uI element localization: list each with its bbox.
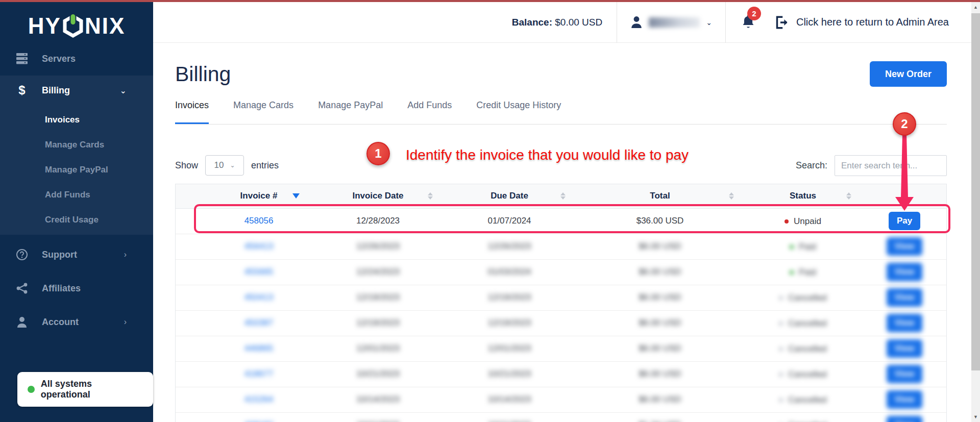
status-dot-icon [779,321,783,326]
due-date-cell: 12/19/2023 [443,285,576,310]
invoice-link[interactable]: 458056 [244,216,274,226]
scrollbar-thumb[interactable] [971,13,980,370]
status-badge: Cancelled [779,318,827,329]
action-cell: View [862,336,947,361]
sidebar-item-billing[interactable]: $ Billing ⌄ [0,76,153,105]
column-label: Total [650,191,670,201]
column-label: Status [790,191,816,201]
sidebar-billing-group: $ Billing ⌄ InvoicesManage CardsManage P… [0,76,153,235]
topbar: Balance: $0.00 USD ⌄ 2 Click h [153,2,971,43]
due-date: 10/11/2023 [488,420,531,422]
sidebar-subitem-invoices[interactable]: Invoices [0,107,153,132]
status-green-dot-icon [28,386,35,393]
user-menu[interactable]: ⌄ [630,16,712,29]
sort-icon [560,192,566,200]
page-size-select[interactable]: 10 ⌄ [205,155,244,176]
top-strip [0,0,980,2]
action-cell: View [862,412,947,422]
sidebar-subitem-add-funds[interactable]: Add Funds [0,182,153,207]
invoice-date: 10/11/2023 [357,420,400,422]
sort-icon [846,192,851,200]
invoice-row: 41867710/21/202310/21/2023$6.00 USDCance… [176,361,947,387]
invoice-link[interactable]: 415264 [244,394,274,404]
invoice-cell: 450413 [205,285,313,310]
column-header-status[interactable]: Status [744,184,862,208]
view-button[interactable]: View [887,288,922,307]
total-cell: $1.34 USD [576,412,744,422]
sidebar-item-affiliates[interactable]: Affiliates [0,274,153,303]
invoice-date-cell: 12/24/2023 [313,259,443,285]
return-to-admin-link[interactable]: Click here to return to Admin Area [796,16,949,28]
logout-button[interactable] [774,15,788,30]
tab-add-funds[interactable]: Add Funds [407,100,452,124]
invoice-link[interactable]: 456413 [244,241,274,251]
hyonix-logo[interactable]: HY NIX [0,13,153,39]
vertical-scrollbar: ▲ ▼ [971,2,980,422]
invoice-date-cell: 12/19/2023 [313,310,443,336]
due-date-cell: 12/26/2023 [443,234,576,259]
total-cell: $6.00 USD [576,387,744,412]
status-dot-icon [779,373,783,377]
sidebar-subitem-manage-paypal[interactable]: Manage PayPal [0,157,153,182]
sidebar-subitem-credit-usage[interactable]: Credit Usage [0,207,153,232]
user-name-blurred [649,17,700,28]
tab-manage-cards[interactable]: Manage Cards [233,100,293,124]
row-control-cell [176,387,205,412]
page-title: Billing [175,62,231,86]
total-amount: $6.00 USD [639,343,681,353]
view-button[interactable]: View [887,237,922,256]
due-date-cell: 10/14/2023 [443,387,576,412]
invoice-row: 45038712/19/202312/19/2023$6.00 USDCance… [176,310,947,336]
system-status-badge[interactable]: All systems operational [17,372,153,407]
logo-text-left: HY [28,13,61,39]
tab-manage-paypal[interactable]: Manage PayPal [318,100,383,124]
new-order-button[interactable]: New Order [870,61,947,87]
logout-icon [774,15,788,30]
invoice-date-cell: 12/28/2023 [313,208,443,234]
view-button[interactable]: View [887,314,922,332]
tab-invoices[interactable]: Invoices [175,100,209,124]
invoice-link[interactable]: 408182 [244,420,274,422]
column-label: Invoice Date [352,191,403,201]
due-date: 10/14/2023 [487,394,531,404]
invoice-cell: 455665 [205,259,313,285]
row-control-cell [176,208,205,234]
view-button[interactable]: View [887,365,922,383]
sidebar-item-support[interactable]: Support › [0,240,153,269]
invoice-date: 10/21/2023 [356,369,400,379]
action-cell: Pay [862,208,947,234]
invoice-cell: 446865 [205,336,313,361]
view-button[interactable]: View [887,390,922,409]
sidebar-item-account[interactable]: Account › [0,307,153,337]
row-control-cell [176,234,205,259]
total-cell: $6.00 USD [576,361,744,387]
invoice-link[interactable]: 455665 [244,267,274,277]
sort-desc-icon [292,193,300,198]
invoice-link[interactable]: 446865 [244,343,274,353]
notifications-button[interactable]: 2 [741,14,755,31]
pay-button[interactable]: Pay [889,212,920,230]
column-header-total[interactable]: Total [576,184,744,208]
column-header-due-date[interactable]: Due Date [443,184,576,208]
view-button[interactable]: View [887,416,922,422]
invoice-link[interactable]: 418677 [244,369,274,379]
sidebar-subitem-manage-cards[interactable]: Manage Cards [0,132,153,157]
tab-credit-usage-history[interactable]: Credit Usage History [476,100,561,124]
invoice-link[interactable]: 450387 [244,318,274,328]
total-amount: $6.00 USD [639,394,681,404]
column-header-invoice[interactable]: Invoice # [205,184,313,208]
due-date-cell: 12/19/2023 [443,310,576,336]
view-button[interactable]: View [887,339,922,358]
column-label: Invoice # [240,191,278,201]
scrollbar-up-arrow[interactable]: ▲ [971,3,980,11]
view-button[interactable]: View [887,263,922,281]
column-header-invoice-date[interactable]: Invoice Date [313,184,443,208]
status-dot-icon [779,347,783,351]
scrollbar-down-arrow[interactable]: ▼ [971,413,980,421]
total-amount: $6.00 USD [639,318,681,328]
row-control-cell [176,310,205,336]
sidebar-item-servers[interactable]: Servers [0,44,153,73]
invoice-link[interactable]: 450413 [244,292,274,302]
search-input[interactable] [835,155,947,176]
total-amount: $36.00 USD [636,216,684,226]
